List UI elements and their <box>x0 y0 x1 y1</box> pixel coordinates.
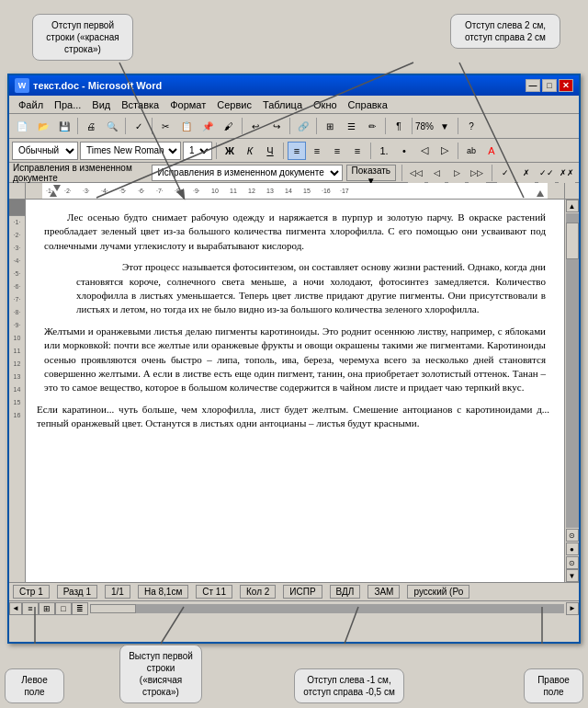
first-line-indent-annotation: Отступ первой строки («красная строка») <box>32 14 133 61</box>
menu-help[interactable]: Справка <box>343 98 393 111</box>
prev-page-button[interactable]: ⊙ <box>566 529 579 542</box>
status-zam: ЗАМ <box>368 585 400 599</box>
drawing-button[interactable]: ✏ <box>362 116 382 136</box>
format-sep-4 <box>458 143 458 159</box>
cut-button[interactable]: ✂ <box>155 116 175 136</box>
separator-3 <box>152 118 153 134</box>
track-reject[interactable]: ✗ <box>518 163 535 183</box>
bold-button[interactable]: Ж <box>220 142 239 160</box>
document-page[interactable]: Лес осенью будто снимает рабочую одежду … <box>26 200 564 582</box>
view-print[interactable]: □ <box>55 602 72 615</box>
page-area: Лес осенью будто снимает рабочую одежду … <box>26 200 564 582</box>
track-prev[interactable]: ◁◁ <box>408 163 424 183</box>
format-sep-3 <box>370 143 371 159</box>
scroll-track[interactable] <box>566 213 579 528</box>
font-dropdown[interactable]: Times New Roman <box>80 142 181 160</box>
separator-6 <box>316 118 317 134</box>
help-button[interactable]: ? <box>461 116 481 136</box>
save-button[interactable]: 💾 <box>54 116 74 136</box>
menu-table[interactable]: Таблица <box>257 98 308 111</box>
view-web[interactable]: ⊞ <box>39 602 55 615</box>
scroll-up-button[interactable]: ▲ <box>566 200 579 212</box>
vertical-scrollbar: ▲ ⊙ ● ⊙ ▼ <box>564 200 579 582</box>
select-browse-button[interactable]: ● <box>566 542 579 555</box>
style-dropdown[interactable]: Обычный <box>12 142 78 160</box>
track-accept[interactable]: ✓ <box>497 163 514 183</box>
highlight-button[interactable]: ab <box>462 142 481 160</box>
separator-8 <box>412 118 413 134</box>
scroll-thumb[interactable] <box>566 223 579 259</box>
decrease-indent-button[interactable]: ◁ <box>415 142 434 160</box>
redo-button[interactable]: ↪ <box>266 116 287 136</box>
columns-button[interactable]: ☰ <box>341 116 361 136</box>
hanging-indent-annotation: Выступ первой строки («висячая строка») <box>119 645 202 703</box>
track-accept-all[interactable]: ✓✓ <box>538 163 555 183</box>
underline-button[interactable]: Ч <box>261 142 279 160</box>
paragraph-1: Лес осенью будто снимает рабочую одежду … <box>44 211 546 253</box>
table-button[interactable]: ⊞ <box>320 116 340 136</box>
open-button[interactable]: 📂 <box>33 116 53 136</box>
separator-2 <box>125 118 126 134</box>
menu-bar: Файл Пра... Вид Вставка Формат Сервис Та… <box>9 96 579 114</box>
hscroll-right[interactable]: ► <box>566 602 579 615</box>
separator-4 <box>242 118 243 134</box>
hyperlink-button[interactable]: 🔗 <box>293 116 313 136</box>
hscroll-left[interactable]: ◄ <box>9 602 22 615</box>
numbering-button[interactable]: 1. <box>375 142 393 160</box>
new-button[interactable]: 📄 <box>12 116 32 136</box>
paste-button[interactable]: 📌 <box>198 116 218 136</box>
minimize-button[interactable]: — <box>526 79 540 92</box>
menu-edit[interactable]: Пра... <box>49 98 86 111</box>
show-hide-button[interactable]: ¶ <box>389 116 409 136</box>
right-indent-marker[interactable] <box>537 190 544 197</box>
paragraph-3: Желтыми и оранжевыми листья делаю пигмен… <box>44 325 546 395</box>
bullets-button[interactable]: • <box>395 142 413 160</box>
track-prev2[interactable]: ◁ <box>428 163 445 183</box>
paragraph-2: Этот процесс называется фотосинтезом, он… <box>76 260 546 317</box>
menu-file[interactable]: Файл <box>13 98 49 111</box>
title-bar: W текст.doc - Microsoft Word — □ ✕ <box>9 75 579 96</box>
menu-view[interactable]: Вид <box>86 98 116 111</box>
font-color-button[interactable]: A <box>482 142 501 160</box>
menu-window[interactable]: Окно <box>308 98 343 111</box>
show-button[interactable]: Показать ▼ <box>346 165 397 181</box>
zoom-dropdown[interactable]: ▼ <box>435 116 455 136</box>
ruler-scrollbar-corner <box>564 183 579 200</box>
ruler-main: ·1· ·2· ·3· ·4· ·5· ·6· ·7· ·8· ·9· 10 1… <box>26 183 564 200</box>
align-right-button[interactable]: ≡ <box>328 142 346 160</box>
increase-indent-button[interactable]: ▷ <box>435 142 454 160</box>
menu-insert[interactable]: Вставка <box>116 98 164 111</box>
italic-button[interactable]: К <box>241 142 259 160</box>
spell-check-button[interactable]: ✓ <box>129 116 149 136</box>
track-next[interactable]: ▷ <box>448 163 465 183</box>
menu-tools[interactable]: Сервис <box>211 98 257 111</box>
size-dropdown[interactable]: 12 <box>183 142 212 160</box>
maximize-button[interactable]: □ <box>542 79 557 92</box>
ruler: ·1· ·2· ·3· ·4· ·5· ·6· ·7· ·8· ·9· 10 1… <box>9 183 579 200</box>
status-vdl: ВДЛ <box>330 585 361 599</box>
separator-1 <box>77 118 78 134</box>
track-next2[interactable]: ▷▷ <box>469 163 485 183</box>
print-preview-button[interactable]: 🔍 <box>102 116 122 136</box>
next-page-button[interactable]: ⊙ <box>566 556 579 569</box>
format-painter-button[interactable]: 🖌 <box>219 116 239 136</box>
menu-format[interactable]: Формат <box>164 98 211 111</box>
vertical-ruler: ·1··2··3··4··5· ·6··7··8··9·10 111213141… <box>9 200 26 582</box>
align-justify-button[interactable]: ≡ <box>348 142 367 160</box>
align-center-button[interactable]: ≡ <box>308 142 326 160</box>
hscroll-track[interactable] <box>90 604 564 613</box>
copy-button[interactable]: 📋 <box>176 116 197 136</box>
hscroll-thumb[interactable] <box>90 604 136 613</box>
window-title: текст.doc - Microsoft Word <box>33 80 526 91</box>
align-left-button[interactable]: ≡ <box>288 142 306 160</box>
view-normal[interactable]: ≡ <box>22 602 39 615</box>
close-button[interactable]: ✕ <box>559 79 573 92</box>
undo-button[interactable]: ↩ <box>245 116 266 136</box>
left-indent-marker[interactable] <box>50 190 57 197</box>
view-outline[interactable]: ≣ <box>72 602 88 615</box>
print-button[interactable]: 🖨 <box>81 116 101 136</box>
status-bar: Стр 1 Разд 1 1/1 На 8,1см Ст 11 Кол 2 ИС… <box>9 582 579 600</box>
track-dropdown[interactable]: Исправления в измененном документе <box>152 165 343 181</box>
scroll-down-button[interactable]: ▼ <box>566 569 579 582</box>
track-reject-all[interactable]: ✗✗ <box>559 163 575 183</box>
